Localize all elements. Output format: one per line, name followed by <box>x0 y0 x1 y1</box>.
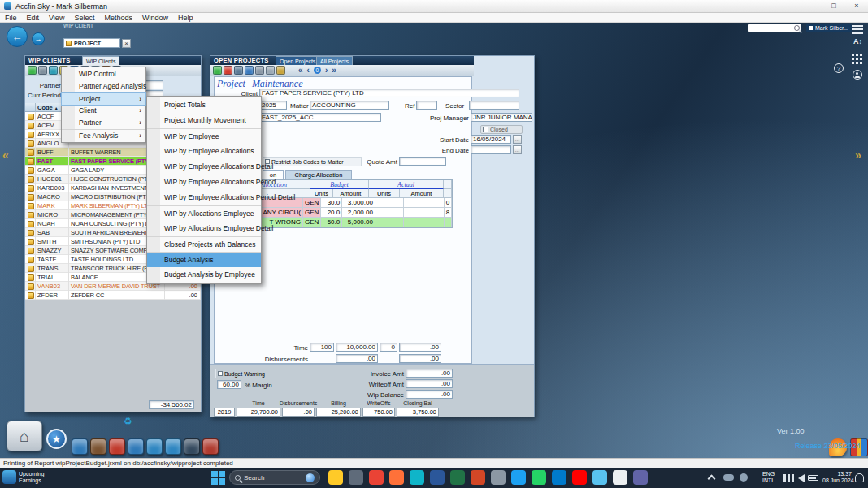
camera-icon[interactable] <box>491 470 506 485</box>
start-button[interactable] <box>211 471 225 485</box>
profile-icon[interactable] <box>853 70 862 80</box>
favorites-star-button[interactable]: ★ <box>46 429 67 449</box>
alerts-icon[interactable] <box>109 438 125 455</box>
moon-icon[interactable] <box>740 473 748 482</box>
workstation-icon[interactable] <box>128 438 144 455</box>
refresh-icon[interactable] <box>245 66 254 75</box>
mail-icon[interactable] <box>276 66 285 75</box>
tab-charge-allocation[interactable]: Charge Allocation <box>285 170 352 179</box>
project-code-field[interactable]: FAST_2025_ACC <box>259 113 381 122</box>
save-icon[interactable] <box>234 66 243 75</box>
add-icon[interactable] <box>213 66 222 75</box>
submenu-item[interactable]: WIP by Employee <box>147 128 261 144</box>
disbursements-field[interactable]: .00 <box>336 354 378 363</box>
close-button[interactable]: × <box>845 1 868 12</box>
invoices-icon[interactable] <box>165 438 181 455</box>
search-input[interactable] <box>748 24 801 32</box>
help-icon[interactable]: ? <box>834 63 844 73</box>
firefox-icon[interactable] <box>389 470 404 485</box>
menu-item[interactable]: Window <box>137 13 173 23</box>
margin-field[interactable]: 60.00 <box>217 380 241 389</box>
start-date-picker-icon[interactable]: … <box>513 135 522 144</box>
delete-icon[interactable] <box>224 66 232 75</box>
writeup-icon[interactable] <box>184 438 200 455</box>
submenu-item[interactable]: WIP by Employee Allocations Period Detai… <box>147 190 261 205</box>
menu-item[interactable]: Select <box>69 13 99 23</box>
ledger-icon[interactable] <box>146 438 163 455</box>
context-menu-item[interactable]: Project <box>62 93 145 105</box>
menu-item[interactable]: Edit <box>22 13 45 23</box>
submenu-item[interactable]: WIP by Employee Allocations Period <box>147 175 261 190</box>
client-field[interactable]: FAST PAPER SERVICE (PTY) LTD <box>259 89 519 97</box>
sector-field[interactable] <box>469 101 519 110</box>
cloud-icon[interactable] <box>723 474 734 481</box>
context-menu-item[interactable]: Partner <box>62 117 145 129</box>
submenu-item[interactable]: Project Monthly Movement <box>147 113 261 128</box>
file-explorer-icon[interactable] <box>328 470 343 485</box>
first-page-icon[interactable]: « <box>298 66 303 75</box>
year-field[interactable]: 2025 <box>259 101 287 110</box>
language-indicator[interactable]: ENG INTL <box>762 471 775 484</box>
invoice-amt-field[interactable]: .00 <box>406 369 453 378</box>
print-icon[interactable] <box>255 66 264 75</box>
closed-checkbox[interactable] <box>483 127 488 132</box>
wip-balance-field[interactable]: .00 <box>406 390 453 399</box>
back-button[interactable]: ← <box>7 26 28 47</box>
battery-icon[interactable] <box>808 475 818 481</box>
fees-icon[interactable] <box>28 66 37 75</box>
next-page-icon[interactable]: › <box>325 66 328 75</box>
apps-grid-icon[interactable] <box>852 54 863 65</box>
submenu-item[interactable]: WIP by Employee Allocations <box>147 144 261 159</box>
tray-chevron-icon[interactable] <box>708 475 716 483</box>
maximize-button[interactable]: □ <box>822 1 845 12</box>
prev-page-icon[interactable]: ‹ <box>307 66 310 75</box>
print-icon[interactable] <box>38 66 47 75</box>
collapse-left-icon[interactable]: « <box>2 149 9 162</box>
submenu-item[interactable]: Project Totals <box>147 97 261 113</box>
minimize-button[interactable]: – <box>800 1 822 12</box>
project-combo[interactable]: PROJECT <box>63 38 120 48</box>
export-icon[interactable] <box>49 66 58 75</box>
code-column-header[interactable]: Code <box>37 104 53 111</box>
excel-icon[interactable] <box>450 470 465 485</box>
submenu-item[interactable]: Budget Analysis by Employee <box>147 267 261 283</box>
hamburger-icon[interactable] <box>852 25 863 34</box>
time-units-field[interactable]: 100 <box>310 343 334 352</box>
word-icon[interactable] <box>430 470 445 485</box>
teams-icon[interactable] <box>633 470 648 485</box>
end-date-field[interactable] <box>471 145 511 154</box>
archive-icon[interactable] <box>202 438 219 455</box>
whatsapp-icon[interactable] <box>532 470 546 485</box>
submenu-item[interactable]: WIP by Allocations Employee Detail <box>147 221 261 236</box>
edge-icon[interactable] <box>410 470 424 485</box>
clock[interactable]: 13:37 08 Jun 2024 <box>822 471 852 484</box>
time-amount-field[interactable]: 10,000.00 <box>336 343 378 352</box>
disbursements-actual-field[interactable]: .00 <box>399 354 441 363</box>
volume-icon[interactable] <box>798 474 805 482</box>
sort-icon[interactable]: A↕ <box>853 37 862 45</box>
settings-icon[interactable] <box>349 470 363 485</box>
context-menu-item[interactable]: WIP Control <box>62 68 145 80</box>
tab-open-projects[interactable]: Open Projects <box>276 56 319 65</box>
notepad-icon[interactable] <box>613 470 627 485</box>
menu-item[interactable]: Help <box>173 13 198 23</box>
end-date-picker-icon[interactable]: … <box>513 145 522 154</box>
clients-icon[interactable] <box>72 438 88 455</box>
context-menu-item[interactable]: Partner Aged Analysis <box>62 80 145 93</box>
context-menu-item[interactable]: Client <box>62 105 145 117</box>
time-actual-units-field[interactable]: 0 <box>380 343 397 352</box>
twitter-icon[interactable] <box>511 470 526 485</box>
database-icon[interactable] <box>90 438 106 455</box>
budget-warning-checkbox[interactable] <box>218 371 223 376</box>
matter-field[interactable]: ACCOUNTING <box>310 101 389 110</box>
proj-manager-field[interactable]: JNR JUNIOR MANA <box>471 113 532 122</box>
menu-item[interactable]: Methods <box>99 13 137 23</box>
tab-wip-clients[interactable]: WIP Clients <box>82 56 119 65</box>
last-page-icon[interactable]: » <box>332 66 336 75</box>
refresh-icon[interactable]: ♻ <box>124 416 132 427</box>
youtube-icon[interactable] <box>572 470 587 485</box>
paint-icon[interactable] <box>592 470 607 485</box>
submenu-item[interactable]: Budget Analysis <box>147 252 261 267</box>
submenu-item[interactable]: Closed Projects wth Balances <box>147 236 261 252</box>
powerpoint-icon[interactable] <box>471 470 485 485</box>
